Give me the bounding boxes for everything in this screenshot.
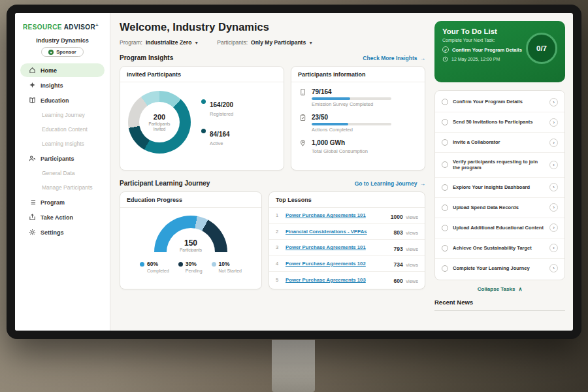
sidebar-item-general-data[interactable]: General Data [20,167,105,180]
card-title: Participants Information [291,67,425,82]
link-label: Go to Learning Journey [355,180,417,187]
task-row-upload-spend-data[interactable]: Upload Spend Data Records › [435,198,564,218]
sidebar-item-take-action[interactable]: Take Action [20,210,105,224]
lesson-link[interactable]: Financial Considerations - VPPAs [286,229,394,235]
logo-resource: RESOURCE [23,24,62,31]
education-icon [29,97,36,104]
sidebar-item-program[interactable]: Program [20,195,105,209]
lesson-link[interactable]: Power Purchase Agreements 101 [286,212,391,218]
monitor-bezel: RESOURCE ADVISOR+ Industry Dynamics ● Sp… [7,5,581,339]
task-row-complete-learning-journey[interactable]: Complete Your Learning Journey › [435,259,564,278]
legend-dot [201,129,206,133]
sidebar-item-settings[interactable]: Settings [20,225,105,239]
donut-center-label: Participants Invited [146,122,173,131]
sidebar-item-manage-participants[interactable]: Manage Participants [20,181,105,194]
logo-plus: + [95,22,99,28]
sidebar-item-education[interactable]: Education [20,93,105,107]
lesson-row: 5 Power Purchase Agreements 103 600 view… [269,272,425,288]
task-row-invite-collaborator[interactable]: Invite a Collaborator › [435,133,564,153]
task-row-upload-educational-content[interactable]: Upload Additional Educational Content › [435,218,564,238]
sidebar-item-learning-insights[interactable]: Learning Insights [20,137,105,150]
clock-icon [442,56,448,62]
legend-value: 30% [186,261,197,267]
lesson-link[interactable]: Power Purchase Agreements 102 [286,261,394,267]
check-more-insights-link[interactable]: Check More Insights → [363,55,425,61]
task-row-send-invitations[interactable]: Send 50 Invitations to Participants › [435,112,564,133]
education-progress-card: Education Progress 150 Participants [120,191,262,289]
lesson-row: 1 Power Purchase Agreements 101 1000 vie… [269,208,425,224]
sidebar-item-insights[interactable]: Insights [20,78,105,92]
card-title: Top Lessons [269,192,425,208]
monitor-stand [272,340,315,392]
task-checkbox[interactable] [442,119,448,125]
take-action-icon [29,214,36,221]
chevron-down-icon: ▼ [194,41,199,45]
task-checkbox[interactable] [442,245,448,252]
task-checkbox[interactable] [442,161,448,168]
chevron-right-icon[interactable]: › [549,161,558,169]
lesson-link[interactable]: Power Purchase Agreements 101 [286,244,394,250]
chevron-right-icon[interactable]: › [549,183,558,191]
lesson-link[interactable]: Power Purchase Agreements 103 [286,277,394,283]
chevron-right-icon[interactable]: › [549,98,558,106]
legend-label: Pending [186,269,203,273]
legend-item-registered: 164/200 Registered [201,98,233,117]
task-row-confirm-program[interactable]: Confirm Your Program Details › [435,92,564,112]
lesson-rank: 5 [276,277,286,283]
chevron-right-icon[interactable]: › [549,264,558,272]
go-to-learning-journey-link[interactable]: Go to Learning Journey → [355,180,425,187]
arrow-right-icon: → [420,180,426,187]
sidebar-item-label: Take Action [41,214,73,221]
task-checkbox[interactable] [442,225,448,231]
task-row-explore-insights[interactable]: Explore Your Insights Dashboard › [435,178,564,198]
participants-label: Participants: [217,39,248,46]
sidebar-item-label: Insights [41,82,63,89]
lesson-views-suffix: views [406,230,418,236]
chevron-right-icon[interactable]: › [549,118,558,127]
map-pin-icon [299,139,306,147]
stat-value: 1,000 GWh [312,139,368,146]
task-checkbox[interactable] [442,139,448,146]
clipboard-check-icon [299,114,306,122]
task-row-achieve-target[interactable]: Achieve One Sustainability Target › [435,238,564,259]
sidebar-item-label: Home [41,67,57,74]
sidebar-item-label: Learning Journey [42,112,85,118]
lesson-views-suffix: views [406,214,418,220]
collapse-tasks-button[interactable]: Collapse Tasks ∧ [434,286,565,292]
participants-dropdown[interactable]: Participants:Only My Participants▼ [217,39,313,46]
sidebar-item-education-content[interactable]: Education Content [20,123,105,136]
task-label: Verify participants requesting to join t… [453,159,545,172]
sidebar-item-label: Education Content [42,126,88,133]
chevron-right-icon[interactable]: › [549,223,558,232]
program-label: Program: [120,39,142,46]
lesson-views-value: 1000 [391,214,403,220]
sidebar-item-home[interactable]: Home [20,63,105,77]
task-checkbox[interactable] [442,184,448,191]
legend-item-completed: 60% Completed [140,261,169,273]
task-checkbox[interactable] [442,265,448,272]
chevron-right-icon[interactable]: › [549,244,558,252]
tasks-list: Confirm Your Program Details › Send 50 I… [434,90,565,280]
logo-advisor: ADVISOR [64,24,95,31]
donut-center-value: 200 [154,113,165,121]
task-label: Explore Your Insights Dashboard [453,184,545,191]
participants-value: Only My Participants [251,39,306,46]
chevron-right-icon[interactable]: › [549,203,558,212]
legend-item-active: 84/164 Active [201,127,233,146]
stat-actions-completed: 23/50 Actions Completed [299,114,417,133]
legend-value: 164/200 [210,101,233,108]
program-dropdown[interactable]: Program:Industrialize Zero▼ [120,39,199,46]
chevron-right-icon[interactable]: › [549,139,558,147]
section-title-program-insights: Program Insights [120,54,173,61]
sidebar-item-participants[interactable]: Participants [20,152,105,165]
chevron-up-icon: ∧ [518,286,522,292]
task-label: Invite a Collaborator [453,139,545,146]
task-checkbox[interactable] [442,99,448,105]
participants-icon [29,155,36,162]
todo-next-task: Confirm Your Program Details [452,47,522,53]
task-checkbox[interactable] [442,204,448,211]
task-row-verify-participants[interactable]: Verify participants requesting to join t… [435,153,564,178]
sidebar-item-learning-journey[interactable]: Learning Journey [20,108,105,122]
collapse-label: Collapse Tasks [478,286,515,292]
device-icon [299,88,306,96]
